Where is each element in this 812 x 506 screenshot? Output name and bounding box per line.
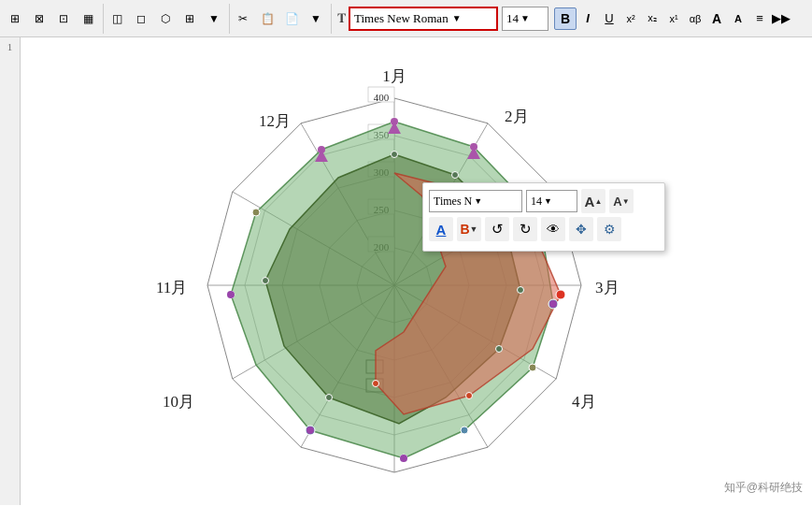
toolbar-section-1: ⊞ ⊠ ⊡ ▦ [4, 4, 104, 34]
more-button[interactable]: ▶▶ [771, 7, 791, 30]
svg-point-47 [326, 395, 333, 401]
svg-text:3月: 3月 [595, 279, 620, 296]
float-undo-button[interactable]: ↺ [485, 217, 509, 241]
toolbar-dropdown-2[interactable]: ▼ [305, 7, 327, 30]
float-eye-button[interactable]: 👁 [541, 217, 565, 241]
line-number-1: 1 [7, 41, 13, 52]
toolbar-icon-9[interactable]: ✂ [232, 7, 254, 30]
font-name-value: Times New Roman [354, 11, 449, 26]
svg-text:11月: 11月 [156, 279, 187, 296]
float-font-size-value: 14 [531, 195, 542, 209]
float-font-name-value: Times N [434, 195, 472, 209]
svg-point-61 [306, 426, 314, 434]
float-font-grow-button[interactable]: A▲ [581, 189, 605, 213]
font-grow-button[interactable]: A [706, 7, 727, 30]
italic-button[interactable]: I [577, 7, 598, 30]
svg-point-52 [373, 381, 379, 387]
font-name-section: 𝐓 Times New Roman ▼ 14 ▼ [337, 7, 548, 31]
toolbar-icon-10[interactable]: 📋 [256, 7, 278, 30]
svg-point-62 [400, 455, 407, 462]
float-font-name-arrow: ▼ [474, 196, 482, 206]
svg-point-45 [518, 287, 524, 294]
font-name-box[interactable]: Times New Roman ▼ [349, 7, 498, 31]
svg-text:400: 400 [374, 92, 390, 103]
svg-point-42 [252, 209, 260, 216]
float-font-shrink-button[interactable]: A▼ [609, 189, 634, 213]
svg-point-59 [227, 291, 235, 298]
float-font-size-arrow: ▼ [544, 196, 552, 206]
toolbar-icon-2[interactable]: ⊠ [28, 7, 50, 30]
font-size-value: 14 [506, 11, 519, 26]
float-toolbar-row-2: A B▼ ↺ ↻ 👁 ✥ ⚙ [429, 217, 659, 241]
bold-button[interactable]: B [554, 7, 577, 30]
toolbar-icon-8[interactable]: ⊞ [178, 7, 201, 30]
float-gear-button[interactable]: ⚙ [597, 217, 621, 241]
toolbar-section-3: ✂ 📋 📄 ▼ [232, 4, 332, 34]
svg-point-56 [318, 146, 325, 153]
font-name-arrow: ▼ [452, 13, 462, 23]
svg-text:4月: 4月 [572, 393, 596, 411]
svg-point-51 [466, 393, 473, 399]
svg-point-37 [529, 364, 536, 371]
underline-button[interactable]: U [599, 7, 620, 30]
svg-point-43 [392, 152, 398, 158]
toolbar-icon-11[interactable]: 📄 [280, 7, 303, 30]
special-chars-button[interactable]: αβ [685, 7, 705, 30]
svg-text:2月: 2月 [505, 108, 529, 125]
toolbar-dropdown-1[interactable]: ▼ [203, 7, 225, 30]
float-redo-button[interactable]: ↻ [513, 217, 537, 241]
svg-point-57 [470, 143, 477, 151]
watermark: 知乎@科研绝技 [724, 480, 803, 496]
toolbar-icon-4[interactable]: ▦ [77, 7, 99, 30]
toolbar-icon-1[interactable]: ⊞ [4, 7, 26, 30]
subscript-button[interactable]: x₂ [642, 7, 662, 30]
font-size-arrow: ▼ [520, 13, 530, 23]
svg-text:12月: 12月 [259, 112, 291, 130]
toolbar-icon-7[interactable]: ⬡ [154, 7, 177, 30]
float-move-button[interactable]: ✥ [569, 217, 593, 241]
radar-chart-container: 400 350 300 250 200 [21, 37, 812, 505]
float-bold-button[interactable]: B▼ [457, 217, 481, 241]
superscript2-button[interactable]: x¹ [663, 7, 684, 30]
font-icon: 𝐓 [337, 11, 346, 26]
toolbar-icon-3[interactable]: ⊡ [52, 7, 75, 30]
float-underline-color-button[interactable]: A [429, 217, 453, 241]
main-toolbar: ⊞ ⊠ ⊡ ▦ ◫ ◻ ⬡ ⊞ ▼ ✂ 📋 📄 ▼ 𝐓 Times New Ro… [0, 0, 812, 37]
toolbar-icon-5[interactable]: ◫ [106, 7, 128, 30]
font-size-box[interactable]: 14 ▼ [502, 7, 548, 31]
float-toolbar-row-1: Times N ▼ 14 ▼ A▲ A▼ [429, 189, 659, 213]
content-area: 400 350 300 250 200 [21, 37, 812, 506]
watermark-text: 知乎@科研绝技 [724, 481, 803, 494]
toolbar-icon-6[interactable]: ◻ [130, 7, 152, 30]
svg-point-50 [556, 290, 565, 299]
svg-point-46 [496, 346, 503, 353]
font-shrink-button[interactable]: A [728, 7, 748, 30]
superscript-button[interactable]: x² [620, 7, 641, 30]
radar-chart-svg: 400 350 300 250 200 [21, 37, 812, 505]
svg-point-48 [263, 278, 269, 284]
svg-point-60 [549, 300, 557, 308]
float-font-size[interactable]: 14 ▼ [526, 190, 577, 212]
svg-point-38 [461, 426, 468, 434]
svg-text:10月: 10月 [163, 393, 194, 411]
toolbar-section-2: ◫ ◻ ⬡ ⊞ ▼ [106, 4, 230, 34]
float-font-name[interactable]: Times N ▼ [429, 190, 522, 212]
format-buttons: B I U x² x₂ x¹ αβ A A ≡ ▶▶ [554, 7, 791, 30]
line-number-area: 1 [0, 37, 21, 505]
svg-point-58 [391, 118, 398, 125]
align-button[interactable]: ≡ [749, 7, 770, 30]
svg-point-44 [452, 172, 459, 179]
float-toolbar: Times N ▼ 14 ▼ A▲ A▼ A B▼ ↺ ↻ 👁 ✥ ⚙ [422, 182, 665, 252]
svg-text:1月: 1月 [382, 67, 406, 85]
